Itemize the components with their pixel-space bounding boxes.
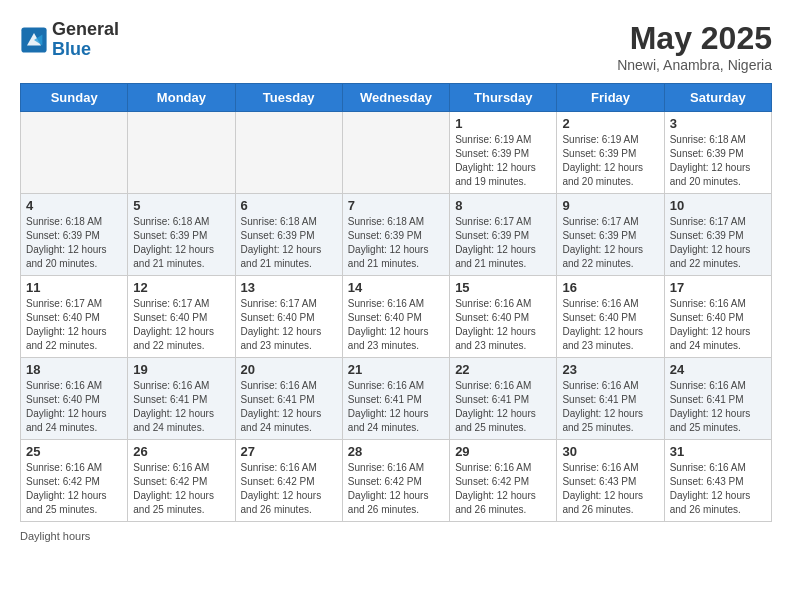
logo-general-text: General (52, 19, 119, 39)
calendar-cell: 7Sunrise: 6:18 AM Sunset: 6:39 PM Daylig… (342, 194, 449, 276)
day-number: 16 (562, 280, 658, 295)
day-info: Sunrise: 6:17 AM Sunset: 6:40 PM Dayligh… (241, 297, 337, 353)
day-info: Sunrise: 6:17 AM Sunset: 6:40 PM Dayligh… (26, 297, 122, 353)
calendar-cell: 4Sunrise: 6:18 AM Sunset: 6:39 PM Daylig… (21, 194, 128, 276)
day-info: Sunrise: 6:18 AM Sunset: 6:39 PM Dayligh… (241, 215, 337, 271)
day-info: Sunrise: 6:16 AM Sunset: 6:42 PM Dayligh… (241, 461, 337, 517)
day-number: 3 (670, 116, 766, 131)
day-info: Sunrise: 6:16 AM Sunset: 6:43 PM Dayligh… (670, 461, 766, 517)
calendar-cell: 24Sunrise: 6:16 AM Sunset: 6:41 PM Dayli… (664, 358, 771, 440)
calendar-cell: 17Sunrise: 6:16 AM Sunset: 6:40 PM Dayli… (664, 276, 771, 358)
calendar-cell: 13Sunrise: 6:17 AM Sunset: 6:40 PM Dayli… (235, 276, 342, 358)
day-info: Sunrise: 6:18 AM Sunset: 6:39 PM Dayligh… (26, 215, 122, 271)
calendar-cell: 21Sunrise: 6:16 AM Sunset: 6:41 PM Dayli… (342, 358, 449, 440)
calendar-cell: 18Sunrise: 6:16 AM Sunset: 6:40 PM Dayli… (21, 358, 128, 440)
day-number: 4 (26, 198, 122, 213)
calendar-cell: 14Sunrise: 6:16 AM Sunset: 6:40 PM Dayli… (342, 276, 449, 358)
calendar-week-5: 25Sunrise: 6:16 AM Sunset: 6:42 PM Dayli… (21, 440, 772, 522)
calendar-body: 1Sunrise: 6:19 AM Sunset: 6:39 PM Daylig… (21, 112, 772, 522)
day-number: 2 (562, 116, 658, 131)
day-info: Sunrise: 6:19 AM Sunset: 6:39 PM Dayligh… (562, 133, 658, 189)
day-number: 6 (241, 198, 337, 213)
day-number: 13 (241, 280, 337, 295)
calendar-cell: 29Sunrise: 6:16 AM Sunset: 6:42 PM Dayli… (450, 440, 557, 522)
day-number: 20 (241, 362, 337, 377)
day-info: Sunrise: 6:19 AM Sunset: 6:39 PM Dayligh… (455, 133, 551, 189)
day-info: Sunrise: 6:16 AM Sunset: 6:41 PM Dayligh… (455, 379, 551, 435)
weekday-header-sunday: Sunday (21, 84, 128, 112)
day-number: 24 (670, 362, 766, 377)
calendar-cell: 31Sunrise: 6:16 AM Sunset: 6:43 PM Dayli… (664, 440, 771, 522)
calendar-week-4: 18Sunrise: 6:16 AM Sunset: 6:40 PM Dayli… (21, 358, 772, 440)
calendar-cell: 16Sunrise: 6:16 AM Sunset: 6:40 PM Dayli… (557, 276, 664, 358)
day-number: 17 (670, 280, 766, 295)
calendar-cell: 10Sunrise: 6:17 AM Sunset: 6:39 PM Dayli… (664, 194, 771, 276)
day-info: Sunrise: 6:16 AM Sunset: 6:40 PM Dayligh… (348, 297, 444, 353)
day-info: Sunrise: 6:16 AM Sunset: 6:42 PM Dayligh… (348, 461, 444, 517)
logo: General Blue (20, 20, 119, 60)
calendar-cell: 1Sunrise: 6:19 AM Sunset: 6:39 PM Daylig… (450, 112, 557, 194)
weekday-header-monday: Monday (128, 84, 235, 112)
day-info: Sunrise: 6:16 AM Sunset: 6:40 PM Dayligh… (670, 297, 766, 353)
calendar-cell: 11Sunrise: 6:17 AM Sunset: 6:40 PM Dayli… (21, 276, 128, 358)
day-number: 22 (455, 362, 551, 377)
day-info: Sunrise: 6:16 AM Sunset: 6:42 PM Dayligh… (26, 461, 122, 517)
day-info: Sunrise: 6:16 AM Sunset: 6:41 PM Dayligh… (133, 379, 229, 435)
day-info: Sunrise: 6:17 AM Sunset: 6:39 PM Dayligh… (562, 215, 658, 271)
day-number: 26 (133, 444, 229, 459)
day-info: Sunrise: 6:16 AM Sunset: 6:40 PM Dayligh… (562, 297, 658, 353)
calendar-cell: 19Sunrise: 6:16 AM Sunset: 6:41 PM Dayli… (128, 358, 235, 440)
day-number: 23 (562, 362, 658, 377)
footer-note: Daylight hours (20, 530, 772, 542)
calendar-cell: 12Sunrise: 6:17 AM Sunset: 6:40 PM Dayli… (128, 276, 235, 358)
calendar-cell: 25Sunrise: 6:16 AM Sunset: 6:42 PM Dayli… (21, 440, 128, 522)
logo-blue-text: Blue (52, 39, 91, 59)
calendar-cell (342, 112, 449, 194)
day-info: Sunrise: 6:16 AM Sunset: 6:41 PM Dayligh… (348, 379, 444, 435)
day-number: 12 (133, 280, 229, 295)
day-number: 21 (348, 362, 444, 377)
day-number: 10 (670, 198, 766, 213)
calendar-cell: 30Sunrise: 6:16 AM Sunset: 6:43 PM Dayli… (557, 440, 664, 522)
weekday-header-friday: Friday (557, 84, 664, 112)
day-number: 11 (26, 280, 122, 295)
day-info: Sunrise: 6:18 AM Sunset: 6:39 PM Dayligh… (670, 133, 766, 189)
day-number: 27 (241, 444, 337, 459)
calendar-cell: 6Sunrise: 6:18 AM Sunset: 6:39 PM Daylig… (235, 194, 342, 276)
day-info: Sunrise: 6:18 AM Sunset: 6:39 PM Dayligh… (133, 215, 229, 271)
day-number: 1 (455, 116, 551, 131)
calendar-cell: 8Sunrise: 6:17 AM Sunset: 6:39 PM Daylig… (450, 194, 557, 276)
location: Nnewi, Anambra, Nigeria (617, 57, 772, 73)
title-block: May 2025 Nnewi, Anambra, Nigeria (617, 20, 772, 73)
calendar-cell (21, 112, 128, 194)
calendar-cell: 22Sunrise: 6:16 AM Sunset: 6:41 PM Dayli… (450, 358, 557, 440)
day-number: 25 (26, 444, 122, 459)
day-number: 8 (455, 198, 551, 213)
day-number: 31 (670, 444, 766, 459)
logo-icon (20, 26, 48, 54)
calendar-table: SundayMondayTuesdayWednesdayThursdayFrid… (20, 83, 772, 522)
day-number: 28 (348, 444, 444, 459)
day-number: 29 (455, 444, 551, 459)
calendar-cell: 5Sunrise: 6:18 AM Sunset: 6:39 PM Daylig… (128, 194, 235, 276)
calendar-cell (128, 112, 235, 194)
calendar-cell: 27Sunrise: 6:16 AM Sunset: 6:42 PM Dayli… (235, 440, 342, 522)
day-info: Sunrise: 6:17 AM Sunset: 6:39 PM Dayligh… (455, 215, 551, 271)
calendar-cell: 23Sunrise: 6:16 AM Sunset: 6:41 PM Dayli… (557, 358, 664, 440)
calendar-week-1: 1Sunrise: 6:19 AM Sunset: 6:39 PM Daylig… (21, 112, 772, 194)
calendar-cell: 2Sunrise: 6:19 AM Sunset: 6:39 PM Daylig… (557, 112, 664, 194)
day-number: 7 (348, 198, 444, 213)
weekday-header-saturday: Saturday (664, 84, 771, 112)
page-header: General Blue May 2025 Nnewi, Anambra, Ni… (20, 20, 772, 73)
calendar-cell: 9Sunrise: 6:17 AM Sunset: 6:39 PM Daylig… (557, 194, 664, 276)
day-info: Sunrise: 6:16 AM Sunset: 6:41 PM Dayligh… (562, 379, 658, 435)
month-year: May 2025 (617, 20, 772, 57)
day-info: Sunrise: 6:18 AM Sunset: 6:39 PM Dayligh… (348, 215, 444, 271)
day-info: Sunrise: 6:16 AM Sunset: 6:40 PM Dayligh… (26, 379, 122, 435)
calendar-cell: 15Sunrise: 6:16 AM Sunset: 6:40 PM Dayli… (450, 276, 557, 358)
calendar-cell: 28Sunrise: 6:16 AM Sunset: 6:42 PM Dayli… (342, 440, 449, 522)
calendar-cell: 3Sunrise: 6:18 AM Sunset: 6:39 PM Daylig… (664, 112, 771, 194)
calendar-week-3: 11Sunrise: 6:17 AM Sunset: 6:40 PM Dayli… (21, 276, 772, 358)
day-info: Sunrise: 6:16 AM Sunset: 6:41 PM Dayligh… (670, 379, 766, 435)
day-number: 15 (455, 280, 551, 295)
